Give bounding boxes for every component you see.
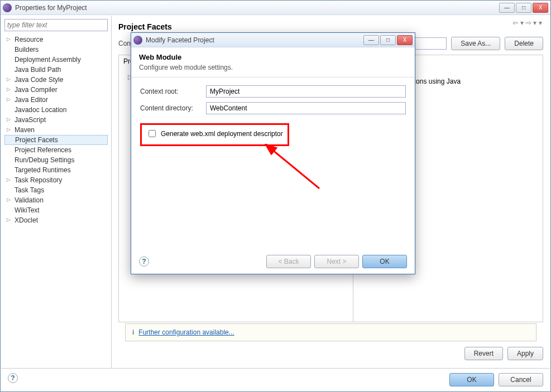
info-bar: i Further configuration available... [125,323,536,341]
eclipse-icon [133,36,142,45]
delete-button[interactable]: Delete [505,37,543,50]
tree-item-resource[interactable]: Resource [4,35,108,45]
modal-desc: Configure web module settings. [139,64,407,71]
minimize-button[interactable]: — [499,3,515,13]
context-root-input[interactable] [206,85,406,98]
maximize-button[interactable]: □ [516,3,531,13]
tree: Resource Builders Deployment Assembly Ja… [4,35,108,225]
tree-item-deployment-assembly[interactable]: Deployment Assembly [4,55,108,65]
tree-item-validation[interactable]: Validation [4,195,108,205]
context-root-label: Context root: [140,88,202,95]
next-button[interactable]: Next > [314,255,359,268]
filter-input[interactable] [4,19,108,31]
modal-window-buttons: — □ X [363,35,413,45]
content-dir-label: Content directory: [140,104,202,112]
tree-item-project-facets[interactable]: Project Facets [4,135,108,145]
modal-minimize-button[interactable]: — [363,35,379,45]
modal-body: Context root: Content directory: Generat… [131,78,415,154]
window-title: Properties for MyProject [15,4,499,12]
tree-item-javascript[interactable]: JavaScript [4,115,108,125]
generate-webxml-label: Generate web.xml deployment descriptor [161,130,283,138]
tree-item-java-build-path[interactable]: Java Build Path [4,65,108,75]
info-icon: i [132,328,134,336]
tree-item-project-references[interactable]: Project References [4,145,108,155]
modal-help-icon[interactable]: ? [139,257,149,267]
content-dir-input[interactable] [206,102,406,114]
apply-button[interactable]: Apply [507,347,543,360]
save-as-button[interactable]: Save As... [451,37,500,50]
generate-webxml-highlight: Generate web.xml deployment descriptor [140,123,289,146]
modal-close-button[interactable]: X [397,35,413,45]
further-config-link[interactable]: Further configuration available... [138,328,234,336]
modify-faceted-dialog: Modify Faceted Project — □ X Web Module … [131,32,415,274]
cancel-button[interactable]: Cancel [499,373,543,386]
tree-item-xdoclet[interactable]: XDoclet [4,215,108,225]
forward-arrow-icon[interactable]: ⇨ ▾ [526,19,536,27]
content-dir-row: Content directory: [140,102,406,114]
apply-row: Revert Apply [118,345,543,362]
footer: ? OK Cancel [1,369,550,391]
tree-item-run-debug-settings[interactable]: Run/Debug Settings [4,155,108,165]
page-heading: Project Facets [118,22,543,31]
modal-titlebar: Modify Faceted Project — □ X [131,33,415,47]
modal-buttons: < Back Next > OK [266,255,407,268]
tree-item-task-tags[interactable]: Task Tags [4,185,108,195]
back-button[interactable]: < Back [266,255,311,268]
tree-item-maven[interactable]: Maven [4,125,108,135]
tree-item-task-repository[interactable]: Task Repository [4,175,108,185]
modal-ok-button[interactable]: OK [362,255,407,268]
ok-button[interactable]: OK [449,373,494,386]
modal-heading: Web Module [139,53,407,61]
window-buttons: — □ X [499,3,548,13]
generate-webxml-checkbox[interactable] [148,130,156,137]
menu-dropdown-icon[interactable]: ▾ [539,19,542,27]
close-button[interactable]: X [533,3,548,13]
tree-item-javadoc-location[interactable]: Javadoc Location [4,105,108,115]
tree-item-java-code-style[interactable]: Java Code Style [4,75,108,85]
revert-button[interactable]: Revert [464,347,503,360]
context-root-row: Context root: [140,85,406,98]
tree-item-java-editor[interactable]: Java Editor [4,95,108,105]
tree-item-java-compiler[interactable]: Java Compiler [4,85,108,95]
tree-item-targeted-runtimes[interactable]: Targeted Runtimes [4,165,108,175]
back-arrow-icon[interactable]: ⇦ ▾ [512,19,523,27]
nav-arrows: ⇦ ▾ ⇨ ▾ ▾ [512,19,542,27]
modal-footer: ? < Back Next > OK [139,255,407,268]
help-icon[interactable]: ? [8,373,18,383]
modal-maximize-button[interactable]: □ [380,35,396,45]
titlebar: Properties for MyProject — □ X [1,1,550,15]
modal-header: Web Module Configure web module settings… [131,47,415,78]
modal-title: Modify Faceted Project [146,36,363,44]
eclipse-icon [3,3,12,12]
sidebar: Resource Builders Deployment Assembly Ja… [1,16,112,368]
tree-item-builders[interactable]: Builders [4,45,108,55]
tree-item-wikitext[interactable]: WikiText [4,205,108,215]
